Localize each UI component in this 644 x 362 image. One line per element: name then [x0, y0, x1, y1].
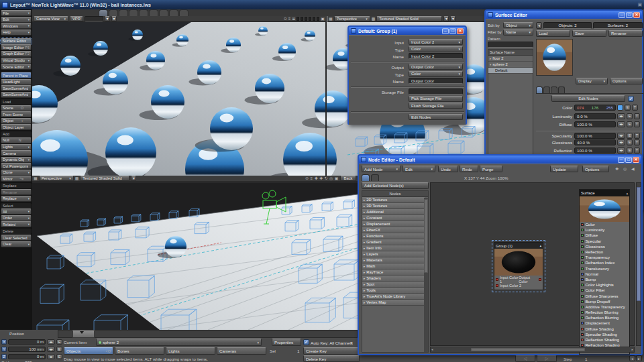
node-category[interactable]: ▸Math — [362, 263, 425, 269]
property-stepper[interactable]: ◂▸ — [617, 121, 625, 127]
sidebar-item[interactable]: Parent in Place — [1, 72, 32, 78]
surface-editor-tab[interactable] — [536, 86, 543, 93]
step-inc-button[interactable]: ▸ — [636, 355, 642, 361]
group-node-collapse-icon[interactable]: ▴ — [540, 244, 541, 247]
surface-channel-port[interactable]: Transparency — [580, 255, 629, 260]
sidebar-item[interactable]: Camera — [1, 150, 32, 156]
current-item-dropdown[interactable]: sphere 2▾ — [96, 339, 262, 346]
canvas-vscrollbar[interactable] — [636, 182, 641, 346]
create-key-button[interactable]: Create Key — [303, 347, 360, 355]
property-value-field[interactable]: 100.0 % — [574, 121, 616, 127]
sidebar-item[interactable]: HeadLight — [1, 79, 32, 85]
purge-button[interactable]: Purge — [480, 166, 502, 172]
surface-channel-port[interactable]: Normal — [580, 272, 629, 277]
back-button[interactable]: Back — [340, 176, 356, 181]
node-category[interactable]: ▸Functions — [362, 233, 425, 239]
dropdown-small-5[interactable]: ▾ — [131, 176, 136, 181]
property-texture-button[interactable]: T — [634, 139, 640, 145]
storage-file-field[interactable] — [409, 88, 463, 95]
output-color-port[interactable] — [539, 278, 541, 281]
node-category[interactable]: ▸Item Info — [362, 245, 425, 251]
axis-envelope-button[interactable]: E — [56, 354, 62, 359]
item-type-tab[interactable]: Lights — [166, 347, 215, 355]
surface-channel-port[interactable]: Glossiness — [580, 244, 629, 249]
ne-edit-dropdown[interactable]: Edit — [402, 166, 435, 172]
se-maximize-button[interactable]: □ — [626, 12, 633, 18]
axis-envelope-button[interactable]: E — [56, 347, 62, 352]
property-value-field[interactable]: 0.0 % — [574, 113, 616, 119]
ne-options-button[interactable]: Options — [582, 166, 609, 172]
surface-preview[interactable] — [536, 39, 573, 76]
property-texture-button[interactable]: T — [634, 147, 640, 154]
type-dropdown[interactable]: Color — [409, 46, 463, 52]
input-dropdown[interactable]: Input Color 2 — [409, 39, 463, 45]
property-stepper[interactable]: ◂▸ — [617, 147, 625, 154]
sidebar-item[interactable]: Clone — [1, 170, 32, 176]
options-button[interactable]: Options — [610, 78, 643, 84]
surface-channel-port[interactable]: Refraction Index — [580, 260, 629, 265]
node-editor-tab[interactable] — [362, 174, 370, 181]
sidebar-item[interactable]: Windows — [1, 23, 32, 29]
property-envelope-button[interactable]: E — [627, 139, 633, 145]
sidebar-item[interactable]: Help — [1, 29, 32, 36]
maximize-viewport-icon[interactable]: ▣ — [321, 16, 325, 21]
titlebar-buttons[interactable]: ▣ — [637, 2, 642, 7]
surface-channel-port[interactable]: Diffuse — [580, 233, 629, 238]
move-icon[interactable]: ✚ — [319, 176, 323, 181]
dropdown-small-3[interactable]: ▾ — [443, 16, 449, 21]
surface-channel-port[interactable]: Diffuse Shading — [580, 326, 629, 332]
surface-channel-port[interactable]: Reflection Shading — [580, 337, 629, 343]
property-value-field[interactable]: 100.0 % — [574, 147, 616, 154]
bottom-view-mode-dropdown[interactable]: Perspective — [39, 176, 74, 181]
filter-by-dropdown[interactable]: Name — [503, 29, 533, 36]
ne-maximize-button[interactable]: □ — [625, 157, 632, 163]
auto-key-dropdown-arrow[interactable]: ▾ — [351, 341, 353, 345]
ne-collapse-icon[interactable]: ◀ — [631, 166, 635, 172]
axis-value-field[interactable]: 0 m — [8, 339, 46, 345]
rename-button[interactable]: Rename — [608, 30, 643, 37]
group-window-titlebar[interactable]: Default: Group (1) ─ □ ✕ — [349, 27, 466, 35]
axis-stepper[interactable]: ◂▸ — [47, 347, 55, 352]
item-type-tab[interactable]: Bones — [115, 347, 164, 355]
bottom-shade-mode-dropdown[interactable]: Textured Shaded Solid — [80, 176, 129, 181]
properties-button[interactable]: Properties — [272, 339, 301, 346]
step-dec-button[interactable]: ◂ — [629, 355, 635, 361]
surface-channel-port[interactable]: Refraction Blurring — [580, 315, 629, 320]
undo-button[interactable]: Undo — [438, 166, 458, 172]
surface-channel-port[interactable]: Color Filter — [580, 288, 629, 293]
node-category[interactable]: ▸Shaders — [362, 276, 425, 282]
surface-channel-port[interactable]: Specular — [580, 239, 629, 244]
sidebar-item[interactable]: All — [1, 208, 32, 215]
pan-icon[interactable]: ✚ — [314, 176, 317, 181]
category-scrollbar[interactable] — [424, 198, 428, 352]
list-icon[interactable]: ≡ — [288, 16, 291, 21]
node-category[interactable]: ▸Vertex Map — [362, 300, 425, 306]
pick-storage-file-button[interactable]: Pick Storage File — [409, 96, 463, 102]
ne-minimize-button[interactable]: ─ — [618, 157, 625, 163]
node-category[interactable]: ▸2D Textures — [362, 197, 425, 203]
surface-channel-port[interactable]: Specular Shading — [580, 332, 629, 337]
display-dropdown[interactable]: Display — [576, 78, 608, 84]
dropdown-small-1[interactable]: ▾ — [105, 16, 110, 21]
surface-editor-tab[interactable] — [551, 86, 557, 93]
sidebar-item[interactable]: Clear Selected — [1, 235, 32, 241]
viewport-field[interactable] — [85, 16, 103, 21]
name2-field[interactable]: Output Color — [409, 78, 463, 84]
node-editor-tab[interactable] — [371, 174, 379, 181]
node-category[interactable]: ▸Tools — [362, 288, 425, 294]
axis-value-field[interactable]: 0 m — [8, 354, 46, 359]
color-values[interactable]: 074 176 255 — [574, 105, 616, 111]
edit-nodes-button[interactable]: Edit Nodes — [409, 114, 463, 120]
redo-button[interactable]: Redo — [460, 166, 478, 172]
add-node-dropdown[interactable]: Add Node — [362, 166, 400, 172]
sidebar-item[interactable]: Edit — [1, 17, 32, 23]
surface-channel-port[interactable]: Reflection Blurring — [580, 310, 629, 315]
sidebar-item[interactable]: Mirror^= — [1, 176, 32, 182]
sidebar-item[interactable]: Image EditorF6 — [1, 44, 32, 50]
sidebar-item[interactable]: From Scene — [1, 111, 32, 117]
grid-icon[interactable]: ⊞ — [292, 16, 295, 21]
menu-tab[interactable] — [119, 9, 128, 16]
save-button[interactable]: Save — [572, 30, 606, 37]
property-stepper[interactable]: ◂▸ — [617, 139, 625, 145]
surface-editor-tab[interactable] — [543, 86, 550, 93]
